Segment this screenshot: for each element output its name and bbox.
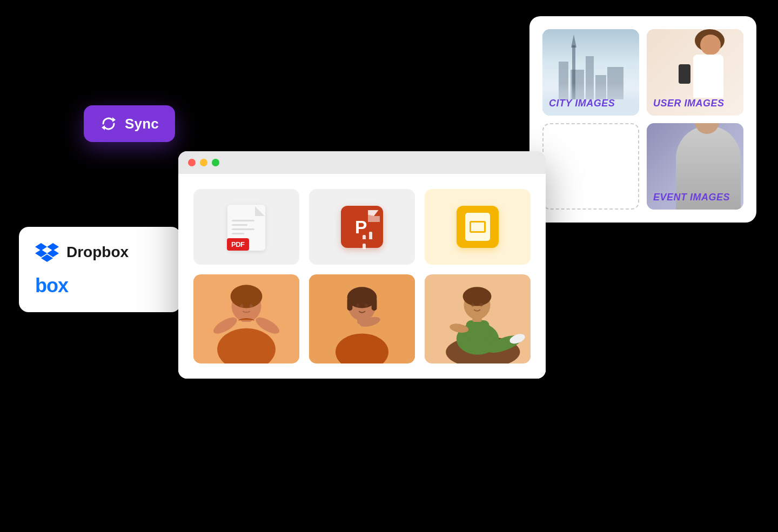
event-images-label: EVENT IMAGES — [653, 192, 730, 203]
user-images-label: USER IMAGES — [653, 98, 725, 109]
pdf-badge-label: PDF — [227, 238, 249, 251]
city-images-tile[interactable]: CITY IMAGES — [542, 29, 639, 116]
svg-point-9 — [240, 305, 243, 308]
svg-point-31 — [471, 304, 474, 307]
sync-label: Sync — [125, 116, 159, 132]
svg-point-32 — [480, 304, 483, 307]
dropbox-icon — [35, 242, 59, 262]
svg-rect-26 — [466, 320, 489, 341]
box-label: box — [35, 274, 68, 297]
svg-rect-17 — [372, 298, 377, 311]
traffic-light-red[interactable] — [188, 159, 196, 166]
dropbox-logo: Dropbox — [35, 242, 165, 262]
svg-point-30 — [463, 287, 492, 306]
svg-marker-39 — [102, 125, 105, 130]
ppt-icon: P — [341, 206, 383, 248]
image-folders-card: CITY IMAGES USER IMAGES — [529, 16, 756, 223]
svg-point-20 — [365, 304, 368, 307]
svg-point-10 — [250, 305, 253, 308]
photo-tile-3[interactable] — [425, 274, 531, 363]
svg-rect-16 — [347, 298, 353, 311]
box-logo: box — [35, 274, 165, 297]
sync-button[interactable]: Sync — [84, 105, 175, 142]
browser-card: PDF P — [178, 151, 546, 379]
photo-tile-1[interactable] — [193, 274, 299, 363]
empty-tile[interactable] — [542, 123, 639, 210]
user-images-tile[interactable]: USER IMAGES — [647, 29, 743, 116]
traffic-light-green[interactable] — [212, 159, 219, 166]
browser-titlebar — [178, 151, 546, 174]
file-tile-slides[interactable] — [425, 189, 531, 265]
browser-content: PDF P — [178, 174, 546, 379]
slides-icon — [457, 206, 499, 248]
services-card: Dropbox box — [19, 227, 181, 312]
file-tile-pdf[interactable]: PDF — [193, 189, 299, 265]
pdf-icon: PDF — [227, 203, 266, 251]
photo-tile-2[interactable] — [309, 274, 415, 363]
svg-point-8 — [231, 285, 263, 308]
svg-marker-38 — [112, 117, 116, 122]
sync-icon — [100, 115, 117, 132]
file-tile-ppt[interactable]: P — [309, 189, 415, 265]
svg-point-19 — [356, 304, 359, 307]
svg-marker-34 — [47, 243, 59, 251]
city-images-label: CITY IMAGES — [549, 98, 615, 109]
traffic-light-yellow[interactable] — [200, 159, 207, 166]
dropbox-label: Dropbox — [66, 244, 129, 261]
event-images-tile[interactable]: ✌ EVENT IMAGES — [647, 123, 743, 210]
scene: CITY IMAGES USER IMAGES — [0, 0, 778, 532]
svg-marker-33 — [35, 243, 47, 251]
